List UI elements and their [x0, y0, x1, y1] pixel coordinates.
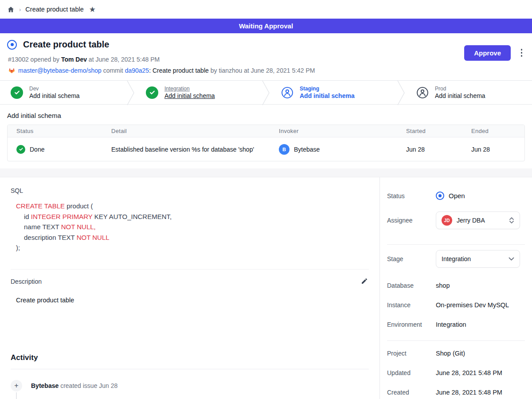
commit-row: master@bytebase-demo/shop commit da90a25…: [8, 67, 525, 74]
gitlab-icon: [8, 67, 16, 74]
more-actions-button[interactable]: [521, 49, 523, 57]
commit-suffix: by tianzhou at June 28, 2021 5:42 PM: [209, 67, 315, 74]
issue-open-icon: [7, 40, 17, 50]
environment-row: Environment Integration: [387, 321, 525, 328]
stage-env-label: Prod: [435, 86, 485, 92]
activity-entry: + Bytebase created issue Jun 28: [11, 380, 369, 391]
task-table-row[interactable]: Done Established baseline version %s for…: [8, 137, 524, 161]
activity-actor: Bytebase: [31, 382, 59, 389]
done-check-icon: [16, 145, 25, 154]
issue-meta-prefix: #13002 opened by: [8, 56, 61, 63]
person-circle-icon: [281, 86, 293, 99]
check-circle-icon: [11, 86, 23, 99]
updown-chevron-icon: [509, 217, 514, 224]
column-started: Started: [397, 125, 462, 137]
database-row: Database shop: [387, 282, 525, 289]
stage-integration[interactable]: IntegrationAdd initial schema: [135, 81, 262, 104]
divider: [387, 244, 525, 245]
breadcrumb: › Create product table ★: [0, 0, 532, 19]
divider: [11, 269, 369, 270]
assignee-label: Assignee: [387, 217, 436, 224]
stage-task-label: Add initial schema: [300, 92, 355, 99]
approval-banner: Waiting Approval: [0, 19, 532, 33]
task-section-title: Add initial schema: [7, 112, 525, 119]
task-status: Done: [30, 146, 44, 153]
assignee-select[interactable]: JD Jerry DBA: [436, 211, 520, 229]
breadcrumb-title[interactable]: Create product table: [25, 6, 83, 13]
instance-value: On-premises Dev MySQL: [436, 301, 525, 309]
pipeline-stages: DevAdd initial schema IntegrationAdd ini…: [0, 80, 532, 105]
stage-separator: [262, 81, 270, 105]
stage-task-label: Add initial schema: [435, 92, 485, 99]
stage-select[interactable]: Integration: [436, 250, 520, 268]
project-label: Project: [387, 350, 436, 357]
status-row: Status Open: [387, 192, 525, 200]
plus-icon: +: [11, 380, 22, 391]
assignee-avatar: JD: [442, 215, 452, 226]
issue-main-panel: SQL CREATE TABLE product ( id INTEGER PR…: [0, 177, 380, 399]
created-label: Created: [387, 389, 436, 396]
project-row: Project Shop (Git): [387, 350, 525, 357]
database-label: Database: [387, 282, 436, 289]
commit-message: : Create product table: [149, 67, 209, 74]
issue-meta-suffix: at June 28, 2021 5:48 PM: [87, 56, 160, 63]
environment-label: Environment: [387, 321, 436, 328]
column-status: Status: [8, 125, 102, 137]
activity-action: created issue Jun 28: [59, 382, 117, 389]
status-open-icon: [436, 192, 444, 200]
updated-value: June 28, 2021 5:48 PM: [436, 369, 525, 376]
issue-meta: #13002 opened by Tom Dev at June 28, 202…: [8, 56, 525, 63]
sql-line: id INTEGER PRIMARY KEY AUTO_INCREMENT,: [16, 211, 369, 222]
stage-staging[interactable]: StagingAdd initial schema: [270, 81, 397, 104]
stage-env-label: Dev: [29, 86, 80, 92]
home-icon[interactable]: [7, 6, 15, 13]
chevron-right-icon: ›: [19, 6, 21, 13]
stage-task-label: Add initial schema: [29, 92, 80, 99]
description-label: Description: [11, 278, 42, 285]
task-section: Add initial schema Status Detail Invoker…: [0, 105, 532, 161]
assignee-value: Jerry DBA: [457, 217, 505, 224]
stage-dev[interactable]: DevAdd initial schema: [0, 81, 126, 104]
sql-line: name TEXT NOT NULL,: [16, 222, 369, 232]
stage-value: Integration: [442, 255, 504, 262]
edit-description-button[interactable]: [360, 277, 369, 287]
commit-word: commit: [103, 67, 123, 74]
project-value[interactable]: Shop (Git): [436, 350, 525, 357]
stage-row: Stage Integration: [387, 250, 525, 268]
task-invoker: Bytebase: [294, 146, 320, 153]
task-ended: Jun 28: [462, 137, 524, 161]
page-title: Create product table: [23, 39, 109, 50]
sql-line: CREATE TABLE product (: [16, 201, 369, 211]
stage-prod[interactable]: ProdAdd initial schema: [406, 81, 532, 104]
environment-value: Integration: [436, 321, 525, 328]
issue-author: Tom Dev: [61, 56, 87, 63]
task-table: Status Detail Invoker Started Ended Done…: [7, 125, 525, 161]
timeline-line: [16, 392, 17, 399]
created-value: June 28, 2021 5:48 PM: [436, 389, 525, 396]
chevron-down-icon: [509, 257, 514, 261]
status-label: Status: [387, 192, 436, 200]
issue-header: Create product table #13002 opened by To…: [0, 33, 532, 80]
updated-label: Updated: [387, 369, 436, 376]
commit-hash-link[interactable]: da90a25: [125, 67, 149, 74]
person-circle-icon: [416, 86, 429, 99]
task-started: Jun 28: [397, 137, 462, 161]
task-table-header: Status Detail Invoker Started Ended: [8, 125, 524, 137]
branch-repo-link[interactable]: master@bytebase-demo/shop: [18, 67, 102, 74]
column-invoker: Invoker: [270, 125, 397, 137]
status-value: Open: [449, 192, 465, 200]
sql-section-label: SQL: [11, 187, 369, 194]
sql-code-block[interactable]: CREATE TABLE product ( id INTEGER PRIMAR…: [16, 201, 369, 253]
approval-banner-text: Waiting Approval: [239, 22, 293, 30]
invoker-avatar: B: [279, 144, 289, 155]
approve-button[interactable]: Approve: [464, 45, 511, 61]
stage-task-label: Add initial schema: [164, 92, 215, 99]
sql-line: );: [16, 243, 369, 253]
stage-env-label: Staging: [300, 86, 355, 92]
column-ended: Ended: [462, 125, 524, 137]
description-text: Create product table: [16, 297, 369, 304]
task-detail: Established baseline version %s for data…: [102, 137, 270, 161]
divider: [11, 369, 369, 369]
stage-separator: [397, 81, 406, 105]
star-icon[interactable]: ★: [89, 5, 96, 14]
